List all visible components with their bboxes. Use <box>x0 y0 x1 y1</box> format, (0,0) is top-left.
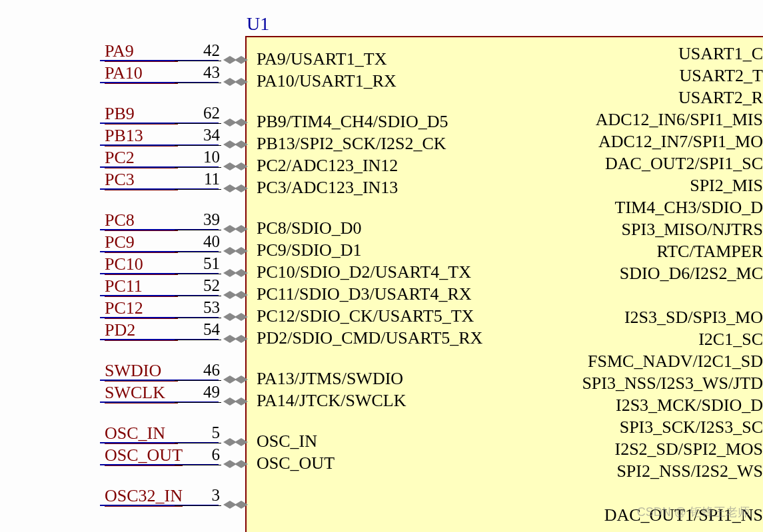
io-arrow <box>241 225 248 233</box>
pin-function: PC2/ADC123_IN12 <box>257 156 398 176</box>
pin-number: 54 <box>180 320 220 339</box>
io-arrow <box>235 376 241 384</box>
io-arrow <box>241 269 248 277</box>
pin-function: PA14/JTCK/SWCLK <box>257 391 406 411</box>
io-arrow <box>235 140 241 148</box>
io-arrow <box>223 501 230 509</box>
pin-function-right: RTC/TAMPER <box>656 242 763 262</box>
io-arrow <box>223 78 230 86</box>
pin-function-right: FSMC_NADV/I2C1_SD <box>588 352 763 372</box>
pin-number: 49 <box>180 383 220 401</box>
io-arrow <box>241 162 248 170</box>
pin-number: 34 <box>180 126 220 144</box>
pin-function: PC8/SDIO_D0 <box>257 218 361 238</box>
pin-function: OSC_IN <box>257 431 317 451</box>
pin-function-right: ADC12_IN6/SPI1_MIS <box>596 110 763 130</box>
io-arrow <box>241 140 248 148</box>
watermark: CSDN @ 钜锋王老师 <box>637 504 750 520</box>
io-arrow <box>241 335 248 343</box>
io-arrow <box>223 313 230 321</box>
pin-function: PC10/SDIO_D2/USART4_TX <box>257 262 471 282</box>
io-arrow <box>241 460 248 468</box>
io-arrow <box>223 269 230 277</box>
pin-function-right: SPI3_SCK/I2S3_SC <box>620 417 763 437</box>
pin-function: OSC_OUT <box>257 453 335 473</box>
net-label: SWCLK <box>105 383 178 403</box>
net-label: PD2 <box>105 320 178 341</box>
io-arrow <box>223 184 230 192</box>
pin-number: 52 <box>180 276 220 295</box>
pin-function: PB9/TIM4_CH4/SDIO_D5 <box>257 112 448 132</box>
net-label: PA10 <box>105 63 178 84</box>
net-label: PC12 <box>105 298 178 319</box>
pin-function-right: I2S2_SD/SPI2_MOS <box>614 439 763 459</box>
pin-function-right: ADC12_IN7/SPI1_MO <box>598 132 763 152</box>
io-arrow <box>235 56 241 64</box>
pin-function: PA10/USART1_RX <box>257 71 396 91</box>
io-arrow <box>223 335 230 343</box>
io-arrow <box>241 313 248 321</box>
pin-function-right: SPI2_NSS/I2S2_WS <box>616 461 763 481</box>
io-arrow <box>235 438 241 446</box>
io-arrow <box>235 313 241 321</box>
pin-function: PC3/ADC123_IN13 <box>257 178 398 198</box>
io-arrow <box>235 162 241 170</box>
pin-function: PB13/SPI2_SCK/I2S2_CK <box>257 134 446 154</box>
pin-number: 62 <box>180 104 220 123</box>
net-label: OSC_OUT <box>105 445 183 466</box>
io-arrow <box>241 501 248 509</box>
io-arrow <box>235 247 241 255</box>
io-arrow <box>241 398 248 405</box>
io-arrow <box>235 78 241 86</box>
pin-function-right: TIM4_CH3/SDIO_D <box>615 198 763 218</box>
pin-function: PC12/SDIO_CK/USART5_TX <box>257 306 474 326</box>
pin-function-right: USART2_T <box>679 66 763 86</box>
io-arrow <box>241 184 248 192</box>
io-arrow <box>235 291 241 299</box>
net-label: OSC_IN <box>105 423 178 444</box>
pin-function-right: I2C1_SC <box>698 330 763 350</box>
io-arrow <box>235 269 241 277</box>
net-label: PC2 <box>105 148 178 168</box>
pin-function-right: SPI3_NSS/I2S3_WS/JTD <box>582 374 763 394</box>
pin-number: 39 <box>180 210 220 229</box>
pin-number: 46 <box>180 361 220 380</box>
io-arrow <box>223 225 230 233</box>
net-label: PC8 <box>105 210 178 231</box>
io-arrow <box>223 398 230 405</box>
io-arrow <box>241 78 248 86</box>
io-arrow <box>223 119 230 127</box>
pin-function-right: USART2_R <box>678 88 763 108</box>
io-arrow <box>223 460 230 468</box>
pin-function-right: I2S3_MCK/SDIO_D <box>616 396 763 415</box>
net-label: PC11 <box>105 276 178 297</box>
pin-function-right: SPI2_MIS <box>690 176 763 196</box>
io-arrow <box>241 438 248 446</box>
pin-number: 11 <box>180 170 220 188</box>
net-label: PC9 <box>105 232 178 253</box>
pin-function-right: DAC_OUT2/SPI1_SC <box>605 154 763 174</box>
net-label: PB13 <box>105 126 178 146</box>
pin-number: 10 <box>180 148 220 166</box>
pin-number: 43 <box>180 63 220 82</box>
net-label: OSC32_IN <box>105 486 183 507</box>
pin-function-right: I2S3_SD/SPI3_MO <box>624 308 763 328</box>
io-arrow <box>223 438 230 446</box>
io-arrow <box>223 247 230 255</box>
pin-function-right: USART1_C <box>678 44 763 64</box>
net-label: SWDIO <box>105 361 178 382</box>
io-arrow <box>235 335 241 343</box>
io-arrow <box>241 56 248 64</box>
io-arrow <box>235 460 241 468</box>
io-arrow <box>235 119 241 127</box>
pin-number: 6 <box>180 445 220 464</box>
io-arrow <box>241 247 248 255</box>
net-label: PB9 <box>105 104 178 125</box>
net-label: PA9 <box>105 41 178 62</box>
io-arrow <box>235 398 241 405</box>
io-arrow <box>235 225 241 233</box>
pin-function: PC9/SDIO_D1 <box>257 240 361 260</box>
pin-function-right: SDIO_D6/I2S2_MC <box>620 264 763 284</box>
designator: U1 <box>247 13 269 35</box>
pin-function-right: SPI3_MISO/NJTRS <box>622 220 763 240</box>
